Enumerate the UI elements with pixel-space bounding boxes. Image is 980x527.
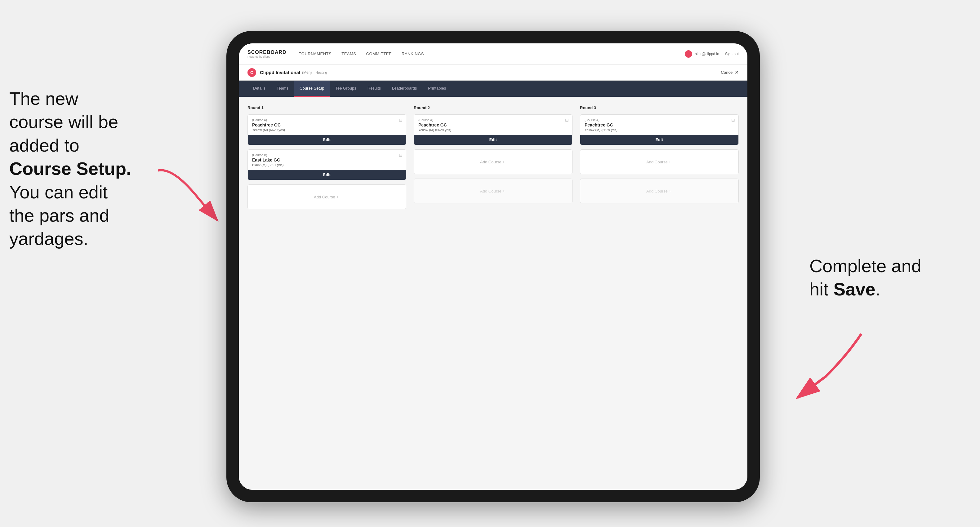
round-2-course-a-tee: Yellow (M) (6629 yds) <box>418 128 568 132</box>
cancel-button[interactable]: Cancel ✕ <box>721 70 739 75</box>
sign-out-link[interactable]: Sign out <box>725 52 739 56</box>
round-1-course-b-delete-icon[interactable]: ⊟ <box>398 152 404 158</box>
tab-bar: Details Teams Course Setup Tee Groups Re… <box>239 81 748 97</box>
nav-tournaments[interactable]: TOURNAMENTS <box>299 51 332 56</box>
round-3-column: Round 3 (Course A) Peachtree GC Yellow (… <box>580 105 739 214</box>
annotation-arrow-right <box>769 325 869 406</box>
powered-by: Powered by clippd <box>248 55 286 58</box>
tab-leaderboards[interactable]: Leaderboards <box>387 81 422 97</box>
round-3-label: Round 3 <box>580 105 739 110</box>
tab-results[interactable]: Results <box>362 81 387 97</box>
tournament-gender: (Men) <box>302 70 312 75</box>
round-2-add-course-active-button[interactable]: Add Course + <box>414 149 573 174</box>
round-3-course-a-tee: Yellow (M) (6629 yds) <box>585 128 734 132</box>
tournament-bar: C Clippd Invitational (Men) Hosting Canc… <box>239 65 748 81</box>
round-1-course-b-tee: Black (M) (6891 yds) <box>252 163 402 167</box>
round-2-add-course-disabled: Add Course + <box>414 179 573 203</box>
tab-tee-groups[interactable]: Tee Groups <box>330 81 362 97</box>
tab-details[interactable]: Details <box>248 81 271 97</box>
round-2-course-a-edit-button[interactable]: Edit <box>414 135 572 145</box>
tournament-status: Hosting <box>315 71 327 75</box>
round-1-add-icon: Add Course + <box>314 195 339 199</box>
annotation-arrow-left <box>149 161 236 229</box>
tablet-frame: SCOREBOARD Powered by clippd TOURNAMENTS… <box>226 31 760 502</box>
round-2-course-a-card: (Course A) Peachtree GC Yellow (M) (6629… <box>414 114 573 145</box>
round-3-add-course-active-button[interactable]: Add Course + <box>580 149 739 174</box>
tab-course-setup[interactable]: Course Setup <box>294 81 330 97</box>
round-1-course-b-label: (Course B) <box>252 154 402 157</box>
cancel-x-icon: ✕ <box>735 70 739 75</box>
round-1-course-a-tee: Yellow (M) (6629 yds) <box>252 128 402 132</box>
annotation-right: Complete and hit Save. <box>810 254 971 301</box>
tab-printables[interactable]: Printables <box>422 81 452 97</box>
scoreboard-title: SCOREBOARD <box>248 49 286 55</box>
tournament-logo-icon: C <box>248 68 256 77</box>
tab-teams[interactable]: Teams <box>271 81 294 97</box>
tablet-screen: SCOREBOARD Powered by clippd TOURNAMENTS… <box>239 43 748 490</box>
nav-rankings[interactable]: RANKINGS <box>402 51 424 56</box>
nav-committee[interactable]: COMMITTEE <box>366 51 392 56</box>
round-1-course-a-edit-button[interactable]: Edit <box>248 135 406 145</box>
round-1-column: Round 1 (Course A) Peachtree GC Yellow (… <box>248 105 406 214</box>
round-3-course-a-label: (Course A) <box>585 118 734 122</box>
main-content: Round 1 (Course A) Peachtree GC Yellow (… <box>239 97 748 490</box>
top-nav: SCOREBOARD Powered by clippd TOURNAMENTS… <box>239 43 748 65</box>
round-1-course-b-card: (Course B) East Lake GC Black (M) (6891 … <box>248 149 406 180</box>
scoreboard-logo: SCOREBOARD Powered by clippd <box>248 49 286 58</box>
round-1-course-a-card: (Course A) Peachtree GC Yellow (M) (6629… <box>248 114 406 145</box>
tournament-name: Clippd Invitational <box>260 70 300 75</box>
round-1-course-b-name: East Lake GC <box>252 157 402 162</box>
round-3-course-a-name: Peachtree GC <box>585 122 734 127</box>
user-email: blair@clippd.io <box>695 52 719 56</box>
round-1-course-a-label: (Course A) <box>252 118 402 122</box>
round-2-label: Round 2 <box>414 105 573 110</box>
nav-links: TOURNAMENTS TEAMS COMMITTEE RANKINGS <box>299 51 685 56</box>
round-1-course-b-edit-button[interactable]: Edit <box>248 170 406 180</box>
round-2-column: Round 2 (Course A) Peachtree GC Yellow (… <box>414 105 573 214</box>
nav-right: blair@clippd.io | Sign out <box>685 50 739 58</box>
avatar <box>685 50 692 58</box>
round-2-course-a-label: (Course A) <box>418 118 568 122</box>
round-1-label: Round 1 <box>248 105 406 110</box>
round-3-add-course-disabled: Add Course + <box>580 179 739 203</box>
round-1-course-a-name: Peachtree GC <box>252 122 402 127</box>
round-3-course-a-edit-button[interactable]: Edit <box>580 135 738 145</box>
round-3-course-a-card: (Course A) Peachtree GC Yellow (M) (6629… <box>580 114 739 145</box>
round-3-course-a-delete-icon[interactable]: ⊟ <box>730 117 736 123</box>
round-2-course-a-delete-icon[interactable]: ⊟ <box>564 117 570 123</box>
nav-teams[interactable]: TEAMS <box>342 51 356 56</box>
rounds-grid: Round 1 (Course A) Peachtree GC Yellow (… <box>248 105 739 214</box>
round-2-course-a-name: Peachtree GC <box>418 122 568 127</box>
round-1-course-a-delete-icon[interactable]: ⊟ <box>398 117 404 123</box>
round-1-add-course-button[interactable]: Add Course + <box>248 184 406 209</box>
